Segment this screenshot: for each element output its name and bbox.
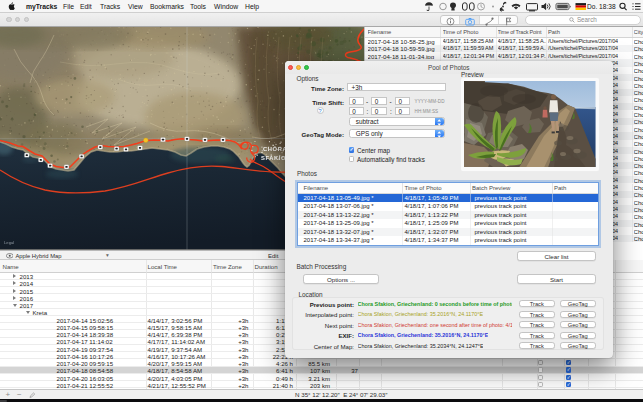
svg-text:CHÓRA: CHÓRA xyxy=(263,145,287,152)
svg-text:Do. 18:38: Do. 18:38 xyxy=(587,3,616,10)
svg-text:Legal: Legal xyxy=(4,240,14,245)
